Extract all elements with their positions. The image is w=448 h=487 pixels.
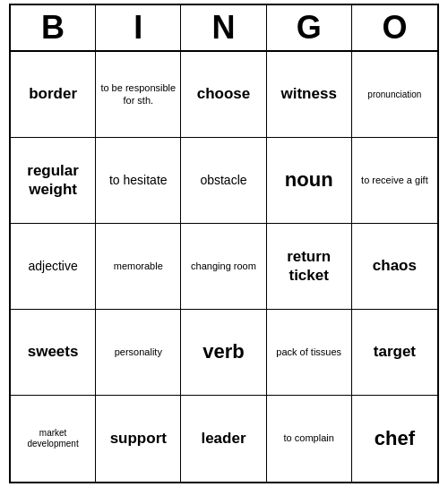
bingo-cell-text-4: pronunciation	[367, 90, 421, 100]
bingo-cell-7: obstacle	[181, 138, 266, 224]
bingo-cell-23: to complain	[267, 396, 352, 482]
bingo-cell-text-5: regular weight	[14, 162, 91, 199]
bingo-cell-24: chef	[352, 396, 437, 482]
bingo-cell-1: to be responsible for sth.	[96, 52, 181, 138]
bingo-cell-2: choose	[181, 52, 266, 138]
bingo-cell-text-9: to receive a gift	[361, 175, 428, 186]
bingo-cell-text-1: to be responsible for sth.	[99, 82, 177, 106]
bingo-cell-text-16: personality	[115, 346, 162, 358]
bingo-cell-text-2: choose	[197, 85, 251, 103]
bingo-cell-22: leader	[181, 396, 266, 482]
bingo-cell-text-6: to hesitate	[109, 173, 168, 188]
bingo-grid: borderto be responsible for sth.choosewi…	[11, 52, 437, 482]
bingo-cell-8: noun	[267, 138, 352, 224]
bingo-cell-5: regular weight	[11, 138, 96, 224]
bingo-cell-19: target	[352, 310, 437, 396]
bingo-cell-12: changing room	[181, 224, 266, 310]
bingo-cell-text-22: leader	[201, 430, 246, 448]
bingo-cell-text-8: noun	[285, 168, 333, 192]
bingo-cell-14: chaos	[352, 224, 437, 310]
bingo-cell-text-23: to complain	[284, 432, 334, 444]
bingo-cell-text-0: border	[29, 85, 77, 103]
header-letter-I: I	[96, 5, 181, 50]
bingo-cell-text-10: adjective	[28, 259, 77, 274]
bingo-cell-16: personality	[96, 310, 181, 396]
bingo-cell-text-15: sweets	[28, 343, 79, 361]
bingo-cell-text-13: return ticket	[271, 248, 348, 285]
bingo-cell-6: to hesitate	[96, 138, 181, 224]
header-letter-G: G	[267, 5, 352, 50]
bingo-cell-3: witness	[267, 52, 352, 138]
bingo-cell-13: return ticket	[267, 224, 352, 310]
bingo-cell-17: verb	[181, 310, 266, 396]
bingo-header: BINGO	[11, 5, 437, 52]
bingo-cell-4: pronunciation	[352, 52, 437, 138]
header-letter-B: B	[11, 5, 96, 50]
header-letter-N: N	[181, 5, 266, 50]
bingo-cell-text-17: verb	[202, 340, 244, 363]
bingo-cell-text-14: chaos	[373, 257, 417, 275]
bingo-cell-text-21: support	[110, 430, 167, 448]
bingo-cell-21: support	[96, 396, 181, 482]
bingo-cell-text-20: market development	[14, 428, 91, 449]
bingo-cell-20: market development	[11, 396, 96, 482]
bingo-cell-text-19: target	[374, 343, 416, 361]
bingo-cell-text-7: obstacle	[200, 173, 246, 188]
bingo-cell-9: to receive a gift	[352, 138, 437, 224]
bingo-cell-10: adjective	[11, 224, 96, 310]
bingo-cell-text-3: witness	[281, 85, 337, 103]
bingo-cell-18: pack of tissues	[267, 310, 352, 396]
bingo-card: BINGO borderto be responsible for sth.ch…	[9, 4, 439, 483]
bingo-cell-text-12: changing room	[191, 261, 256, 272]
bingo-cell-15: sweets	[11, 310, 96, 396]
bingo-cell-text-24: chef	[375, 427, 415, 450]
bingo-cell-text-18: pack of tissues	[276, 346, 341, 358]
bingo-cell-0: border	[11, 52, 96, 138]
bingo-cell-text-11: memorable	[114, 261, 163, 272]
bingo-cell-11: memorable	[96, 224, 181, 310]
header-letter-O: O	[352, 5, 437, 50]
